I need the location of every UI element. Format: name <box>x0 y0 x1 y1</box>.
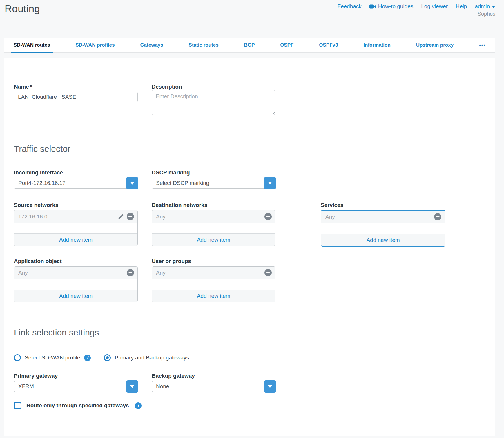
listbox-empty-area <box>152 279 275 290</box>
backup-gateway-label: Backup gateway <box>152 373 195 379</box>
tab-sd-wan-profiles[interactable]: SD-WAN profiles <box>72 38 117 52</box>
radio-label: Primary and Backup gateways <box>115 355 189 361</box>
tab-overflow-menu[interactable]: ••• <box>476 38 489 52</box>
link-selection-heading: Link selection settings <box>14 328 99 337</box>
routing-page: Routing Feedback How-to guides Log viewe… <box>0 0 504 438</box>
backup-gateway-dropdown-button[interactable] <box>264 380 276 393</box>
dropdown-arrow-icon <box>268 182 272 185</box>
section-divider <box>14 320 486 320</box>
description-label: Description <box>152 84 182 90</box>
dropdown-arrow-icon <box>268 385 272 388</box>
howto-guides-label: How-to guides <box>378 3 413 10</box>
radio-unselected-icon <box>14 354 21 361</box>
application-object-add-button[interactable]: Add new item <box>14 290 137 302</box>
tab-upstream-proxy[interactable]: Upstream proxy <box>413 38 456 52</box>
dscp-marking-dropdown-button[interactable] <box>264 177 276 189</box>
required-asterisk: * <box>30 84 32 90</box>
user-or-groups-add-button[interactable]: Add new item <box>152 290 275 302</box>
user-or-groups-label: User or groups <box>152 258 191 264</box>
description-field <box>152 90 275 115</box>
tab-bar: SD-WAN routes SD-WAN profiles Gateways S… <box>4 38 495 53</box>
primary-gateway-dropdown-button[interactable] <box>126 380 138 393</box>
help-link[interactable]: Help <box>456 3 467 10</box>
list-item-text: Any <box>18 270 127 276</box>
source-networks-listbox: 172.16.16.0 Add new item <box>14 210 138 246</box>
page-title: Routing <box>5 3 40 14</box>
sd-wan-route-form: Name* Description Traffic selector Incom… <box>4 58 495 436</box>
tab-ospf[interactable]: OSPF <box>277 38 296 52</box>
admin-menu[interactable]: admin <box>475 3 495 10</box>
dropdown-arrow-icon <box>130 385 134 388</box>
list-item: Any <box>152 210 275 223</box>
incoming-interface-value[interactable]: Port4-172.16.16.17 <box>14 178 138 189</box>
section-divider <box>14 136 486 136</box>
listbox-empty-area <box>152 223 275 233</box>
list-item-text: 172.16.16.0 <box>18 213 118 220</box>
route-only-checkbox[interactable] <box>14 402 21 409</box>
incoming-interface-dropdown-button[interactable] <box>126 177 138 189</box>
route-only-label: Route only through specified gateways <box>26 402 129 409</box>
primary-gateway-label: Primary gateway <box>14 373 58 379</box>
tab-ospfv3[interactable]: OSPFv3 <box>316 38 341 52</box>
radio-label: Select SD-WAN profile <box>25 355 80 361</box>
primary-gateway-dropdown[interactable]: XFRM <box>14 381 138 392</box>
destination-networks-add-button[interactable]: Add new item <box>152 233 275 246</box>
list-item: Any <box>321 211 445 223</box>
backup-gateway-value[interactable]: None <box>152 381 275 392</box>
tab-gateways[interactable]: Gateways <box>137 38 166 52</box>
remove-item-icon[interactable] <box>434 213 441 220</box>
info-icon[interactable]: i <box>84 355 91 361</box>
primary-gateway-value[interactable]: XFRM <box>14 381 138 392</box>
remove-item-icon[interactable] <box>264 269 272 276</box>
route-only-row: Route only through specified gateways i <box>14 402 142 409</box>
edit-pencil-icon[interactable] <box>118 213 124 220</box>
list-item-text: Any <box>325 214 434 220</box>
user-or-groups-listbox: Any Add new item <box>152 266 275 302</box>
name-input[interactable] <box>14 92 138 102</box>
incoming-interface-dropdown[interactable]: Port4-172.16.16.17 <box>14 178 138 189</box>
dscp-marking-label: DSCP marking <box>152 169 190 176</box>
radio-primary-backup-gateways[interactable]: Primary and Backup gateways <box>104 354 189 361</box>
backup-gateway-dropdown[interactable]: None <box>152 381 275 392</box>
destination-networks-label: Destination networks <box>152 202 207 208</box>
dropdown-arrow-icon <box>130 182 134 185</box>
application-object-label: Application object <box>14 258 62 264</box>
tab-information[interactable]: Information <box>360 38 394 52</box>
traffic-selector-heading: Traffic selector <box>14 144 70 154</box>
howto-guides-link[interactable]: How-to guides <box>369 3 413 10</box>
remove-item-icon[interactable] <box>127 269 134 276</box>
services-label: Services <box>321 202 343 208</box>
list-item: Any <box>14 267 137 279</box>
dscp-marking-dropdown[interactable]: Select DSCP marking <box>152 178 275 189</box>
brand-label: Sophos <box>478 11 495 17</box>
list-item: Any <box>152 267 275 279</box>
remove-item-icon[interactable] <box>127 213 134 220</box>
remove-item-icon[interactable] <box>264 213 272 220</box>
dscp-marking-value[interactable]: Select DSCP marking <box>152 178 275 189</box>
header-links: Feedback How-to guides Log viewer Help a… <box>337 3 495 10</box>
listbox-empty-area <box>14 223 137 233</box>
feedback-link[interactable]: Feedback <box>337 3 361 10</box>
tab-bgp[interactable]: BGP <box>241 38 258 52</box>
radio-select-sd-wan-profile[interactable]: Select SD-WAN profile <box>14 354 80 361</box>
admin-menu-label: admin <box>475 3 490 10</box>
list-item: 172.16.16.0 <box>14 210 137 223</box>
description-textarea[interactable] <box>152 90 275 115</box>
video-camera-icon <box>369 4 376 9</box>
destination-networks-listbox: Any Add new item <box>152 210 275 246</box>
listbox-empty-area <box>14 279 137 290</box>
radio-selected-icon <box>104 354 111 361</box>
tab-static-routes[interactable]: Static routes <box>186 38 222 52</box>
info-icon[interactable]: i <box>135 402 142 409</box>
list-item-text: Any <box>156 213 264 220</box>
services-add-button[interactable]: Add new item <box>321 234 445 246</box>
list-item-text: Any <box>156 270 264 276</box>
name-label: Name* <box>14 84 32 90</box>
log-viewer-link[interactable]: Log viewer <box>421 3 448 10</box>
link-selection-radios: Select SD-WAN profile i Primary and Back… <box>14 354 189 361</box>
tab-sd-wan-routes[interactable]: SD-WAN routes <box>11 38 53 52</box>
listbox-empty-area <box>321 223 445 234</box>
services-listbox: Any Add new item <box>321 210 445 247</box>
source-networks-label: Source networks <box>14 202 58 208</box>
source-networks-add-button[interactable]: Add new item <box>14 233 137 246</box>
